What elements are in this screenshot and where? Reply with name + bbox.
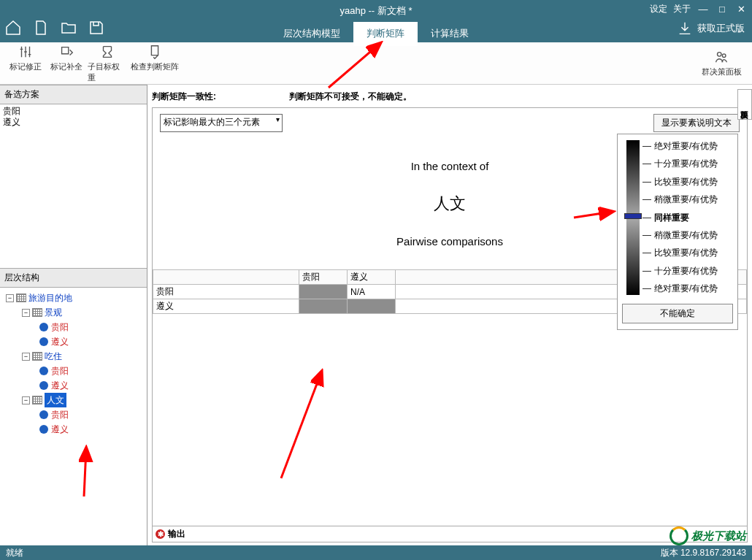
mark-fill-button[interactable]: 标记补全 xyxy=(47,44,86,83)
output-bar[interactable]: ✱ 输出 xyxy=(153,526,747,542)
consistency-msg: 判断矩阵不可接受，不能确定。 xyxy=(289,91,412,103)
output-label: 输出 xyxy=(168,528,185,540)
scale-label[interactable]: 绝对重要/有优势 xyxy=(654,283,718,295)
side-tab-group-panel[interactable]: 群决策面板 xyxy=(737,89,752,120)
left-panel: 备选方案 贵阳 遵义 层次结构 −旅游目的地 −景观 贵阳 遵义 −吃住 贵阳 … xyxy=(0,85,147,545)
quick-toolbar xyxy=(4,19,105,39)
minimize-button[interactable]: — xyxy=(697,4,710,15)
matrix-cell-self xyxy=(348,299,396,314)
svg-point-1 xyxy=(722,54,726,58)
tree-leaf[interactable]: 遵义 xyxy=(51,334,69,349)
scale-label[interactable]: 绝对重要/有优势 xyxy=(654,140,718,153)
open-folder-icon[interactable] xyxy=(60,19,77,39)
importance-scale: 绝对重要/有优势 十分重要/有优势 比较重要/有优势 稍微重要/有优势 同样重要… xyxy=(617,134,738,330)
svg-point-0 xyxy=(718,53,722,57)
scale-label[interactable]: 十分重要/有优势 xyxy=(654,158,718,170)
tab-matrix[interactable]: 判断矩阵 xyxy=(353,22,418,46)
mark-fix-button[interactable]: 标记修正 xyxy=(6,44,45,83)
save-icon[interactable] xyxy=(88,19,105,39)
goal-icon xyxy=(16,294,26,302)
window-title: yaahp -- 新文档 * xyxy=(0,0,752,18)
alt-icon xyxy=(39,367,48,375)
scale-marker[interactable] xyxy=(624,213,642,219)
alt-icon xyxy=(39,410,48,419)
hierarchy-tree[interactable]: −旅游目的地 −景观 贵阳 遵义 −吃住 贵阳 遵义 −人文 贵阳 遵义 xyxy=(0,288,147,545)
center-panel: 判断矩阵一致性: 判断矩阵不可接受，不能确定。 标记影响最大的三个元素 显示要素… xyxy=(147,85,752,545)
about-link[interactable]: 关于 xyxy=(673,3,691,15)
scale-labels: 绝对重要/有优势 十分重要/有优势 比较重要/有优势 稍微重要/有优势 同样重要… xyxy=(642,140,733,295)
home-icon[interactable] xyxy=(4,19,22,39)
matrix-cell-self xyxy=(299,285,348,299)
alt-list[interactable]: 贵阳 遵义 xyxy=(0,104,147,268)
tab-model[interactable]: 层次结构模型 xyxy=(270,22,353,46)
statusbar: 就绪 版本 12.9.8167.29143 xyxy=(0,545,752,560)
tree-panel-header: 层次结构 xyxy=(0,268,147,288)
tree-toggle[interactable]: − xyxy=(22,396,30,404)
mark-dropdown[interactable]: 标记影响最大的三个元素 xyxy=(160,114,283,132)
tree-leaf[interactable]: 遵义 xyxy=(51,378,69,393)
matrix-cell[interactable] xyxy=(299,299,348,314)
settings-link[interactable]: 设定 xyxy=(650,3,667,15)
alt-panel-header: 备选方案 xyxy=(0,85,147,104)
scale-bar[interactable] xyxy=(626,140,640,295)
status-version: 版本 12.9.8167.29143 xyxy=(661,547,746,559)
unsure-button[interactable]: 不能确定 xyxy=(622,304,733,323)
scale-label-equal[interactable]: 同样重要 xyxy=(654,212,689,224)
comparison-box: 标记影响最大的三个元素 显示要素说明文本 In the context of 人… xyxy=(152,107,748,542)
criteria-icon xyxy=(32,308,42,317)
toolbar: 标记修正 标记补全 子目标权重 检查判断矩阵 群决策面板 xyxy=(0,42,752,85)
new-file-icon[interactable] xyxy=(32,19,50,39)
scale-label[interactable]: 稍微重要/有优势 xyxy=(654,229,718,242)
tree-toggle[interactable]: − xyxy=(22,353,30,361)
title-right-controls: 设定 关于 — □ ✕ xyxy=(650,3,748,15)
scale-label[interactable]: 稍微重要/有优势 xyxy=(654,193,718,206)
matrix-cell[interactable]: N/A xyxy=(348,285,396,299)
get-full-label: 获取正式版 xyxy=(697,22,745,35)
consistency-label: 判断矩阵一致性: xyxy=(152,91,216,103)
tab-result[interactable]: 计算结果 xyxy=(418,22,482,46)
matrix-col-header: 贵阳 xyxy=(299,270,348,285)
check-matrix-button[interactable]: 检查判断矩阵 xyxy=(128,44,181,83)
show-desc-button[interactable]: 显示要素说明文本 xyxy=(653,114,740,132)
alt-icon xyxy=(39,323,48,331)
tree-leaf[interactable]: 贵阳 xyxy=(51,407,69,422)
download-icon xyxy=(677,20,693,37)
criteria-icon xyxy=(32,352,42,361)
matrix-row-header: 贵阳 xyxy=(153,285,299,299)
scale-label[interactable]: 比较重要/有优势 xyxy=(654,176,718,188)
tree-leaf[interactable]: 遵义 xyxy=(51,422,69,437)
alt-icon xyxy=(39,425,48,434)
status-left: 就绪 xyxy=(6,547,23,559)
alt-item[interactable]: 贵阳 xyxy=(1,106,145,117)
tree-node-c1[interactable]: 景观 xyxy=(45,305,62,320)
alt-icon xyxy=(39,381,48,390)
matrix-row-header: 遵义 xyxy=(153,299,299,314)
scale-label[interactable]: 十分重要/有优势 xyxy=(654,265,718,277)
consistency-row: 判断矩阵一致性: 判断矩阵不可接受，不能确定。 xyxy=(152,88,748,107)
tree-node-c2[interactable]: 吃住 xyxy=(45,349,62,364)
close-button[interactable]: ✕ xyxy=(734,4,748,15)
tree-toggle[interactable]: − xyxy=(6,294,14,302)
titlebar: yaahp -- 新文档 * 设定 关于 — □ ✕ 层次结构模型 判断矩阵 计… xyxy=(0,0,752,42)
tree-root[interactable]: 旅游目的地 xyxy=(28,291,72,305)
criteria-icon xyxy=(32,396,42,404)
tree-leaf[interactable]: 贵阳 xyxy=(51,364,69,378)
alt-icon xyxy=(39,337,48,346)
output-status-icon: ✱ xyxy=(156,529,165,539)
matrix-col-header: 遵义 xyxy=(348,270,396,285)
get-full-version[interactable]: 获取正式版 xyxy=(677,20,745,37)
sub-weight-button[interactable]: 子目标权重 xyxy=(88,44,127,83)
alt-item[interactable]: 遵义 xyxy=(1,117,145,128)
scale-label[interactable]: 比较重要/有优势 xyxy=(654,247,718,259)
group-panel-button[interactable]: 群决策面板 xyxy=(697,49,746,77)
tree-node-c3-selected[interactable]: 人文 xyxy=(45,393,66,407)
main-area: 备选方案 贵阳 遵义 层次结构 −旅游目的地 −景观 贵阳 遵义 −吃住 贵阳 … xyxy=(0,85,752,545)
tree-toggle[interactable]: − xyxy=(22,309,30,317)
matrix-corner xyxy=(153,270,299,285)
main-tabs: 层次结构模型 判断矩阵 计算结果 xyxy=(270,22,482,46)
maximize-button[interactable]: □ xyxy=(715,4,729,15)
tree-leaf[interactable]: 贵阳 xyxy=(51,320,69,334)
